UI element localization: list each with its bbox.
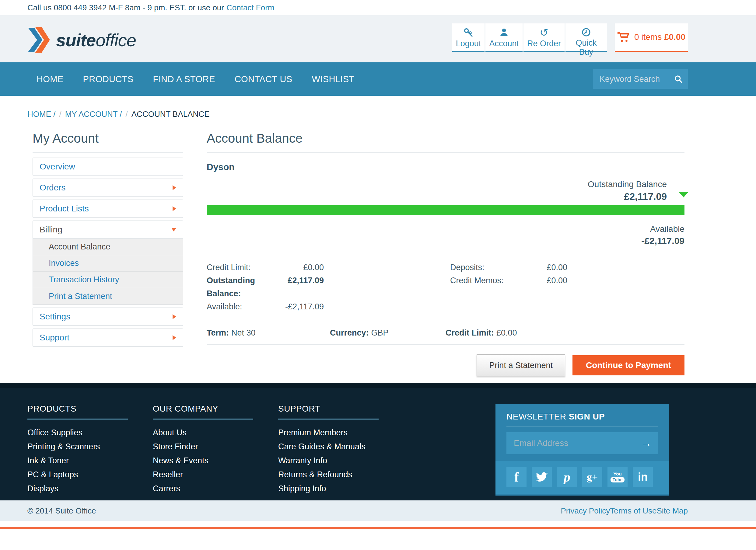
nav-item-contact-us[interactable]: CONTACT US <box>235 74 292 84</box>
site-header: suiteoffice Logout <box>0 15 756 62</box>
youtube-icon[interactable]: You Tube <box>607 467 628 487</box>
available-value: -£2,117.09 <box>207 236 684 246</box>
nav-links: HOME PRODUCTS FIND A STORE CONTACT US WI… <box>37 74 374 84</box>
logo-chevron-icon <box>27 26 51 54</box>
account-button[interactable]: Account <box>485 23 523 52</box>
breadcrumb-current: ACCOUNT BALANCE <box>131 110 210 119</box>
linkedin-icon[interactable]: in <box>633 467 653 487</box>
footer-link-warranty-info[interactable]: Warranty Info <box>278 454 404 468</box>
footer-link-displays[interactable]: Displays <box>27 482 153 496</box>
footer-title-underline <box>153 419 253 419</box>
pinterest-icon[interactable]: p <box>557 467 577 487</box>
footer-column-products: PRODUCTS Office Supplies Printing & Scan… <box>27 404 153 496</box>
main-nav: HOME PRODUCTS FIND A STORE CONTACT US WI… <box>0 62 756 96</box>
page-content: HOME / / MY ACCOUNT / / ACCOUNT BALANCE … <box>27 96 688 383</box>
top-call-bar: Call us 0800 449 3942 M-F 8am - 9 pm. ES… <box>0 0 756 15</box>
terms-of-use-link[interactable]: Terms of Use <box>610 506 656 515</box>
search-button[interactable] <box>673 75 688 84</box>
credit-memos-row: Credit Memos:£0.00 <box>450 274 567 287</box>
footer-link-ink-toner[interactable]: Ink & Toner <box>27 454 153 468</box>
nav-item-find-a-store[interactable]: FIND A STORE <box>153 74 215 84</box>
footer-title-underline <box>27 419 128 419</box>
credit-limit-row: Credit Limit:£0.00 <box>207 261 324 274</box>
sidebar-item-product-lists[interactable]: Product Lists <box>33 200 183 218</box>
logout-button[interactable]: Logout <box>452 23 485 52</box>
sidebar-item-orders[interactable]: Orders <box>33 179 183 197</box>
sidebar-item-settings[interactable]: Settings <box>33 307 183 326</box>
cart-icon <box>617 32 629 43</box>
divider <box>207 253 684 253</box>
footer-link-store-finder[interactable]: Store Finder <box>153 440 278 454</box>
nav-item-products[interactable]: PRODUCTS <box>83 74 134 84</box>
header-action-boxes: Logout Account ↺ Re Order <box>452 23 607 52</box>
site-map-link[interactable]: Site Map <box>656 506 688 515</box>
account-sidebar: My Account Overview Orders Product Lists… <box>33 119 183 376</box>
clock-icon <box>581 27 591 37</box>
footer-link-office-supplies[interactable]: Office Supplies <box>27 426 153 440</box>
nav-item-wishlist[interactable]: WISHLIST <box>312 74 354 84</box>
footer-link-news-events[interactable]: News & Events <box>153 454 278 468</box>
footer-link-carrers[interactable]: Carrers <box>153 482 278 496</box>
available-row: Available:-£2,117.09 <box>207 300 324 313</box>
footer-link-premium-members[interactable]: Premium Members <box>278 426 404 440</box>
key-icon <box>463 27 474 38</box>
balance-marker-icon <box>678 192 688 198</box>
footer-link-printing-scanners[interactable]: Printing & Scanners <box>27 440 153 454</box>
sidebar-subitem-account-balance[interactable]: Account Balance <box>33 239 183 255</box>
quick-buy-button[interactable]: Quick Buy <box>565 23 607 52</box>
print-statement-button[interactable]: Print a Statement <box>477 354 565 376</box>
footer-link-shipping-info[interactable]: Shipping Info <box>278 482 404 496</box>
breadcrumb-separator: / <box>126 110 128 119</box>
outstanding-balance-value: £2,117.09 <box>207 191 667 202</box>
footer-link-returns-refounds[interactable]: Returns & Refounds <box>278 468 404 482</box>
available-label: Available <box>207 224 684 234</box>
social-icons-row: f p g+ You Tube in <box>495 461 669 494</box>
customer-name: Dyson <box>207 162 684 172</box>
sidebar-subitem-print-a-statement[interactable]: Print a Statement <box>33 288 183 304</box>
cart-button[interactable]: 0 items £0.00 <box>615 23 688 52</box>
account-balance-section: Account Balance Dyson Outstanding Balanc… <box>207 119 684 376</box>
deposits-row: Deposits:£0.00 <box>450 261 567 274</box>
legal-links: Privacy PolicyTerms of UseSite Map <box>561 506 688 516</box>
newsletter-email-input[interactable] <box>506 432 658 454</box>
sub-footer: © 2014 Suite Office Privacy PolicyTerms … <box>0 500 756 521</box>
copyright-text: © 2014 Suite Office <box>27 506 96 516</box>
arrow-right-icon: → <box>641 437 652 449</box>
googleplus-icon[interactable]: g+ <box>582 467 602 487</box>
account-menu: Overview Orders Product Lists Billing Ac… <box>33 158 183 347</box>
action-buttons: Print a Statement Continue to Payment <box>207 354 684 376</box>
chevron-right-icon <box>173 335 176 340</box>
balance-details: Credit Limit:£0.00 Outstanding Balance:£… <box>207 261 684 313</box>
breadcrumb-home[interactable]: HOME / <box>27 110 55 119</box>
sidebar-item-overview[interactable]: Overview <box>33 158 183 176</box>
contact-form-link[interactable]: Contact Form <box>226 3 275 12</box>
footer-title-underline <box>278 419 379 419</box>
reorder-icon: ↺ <box>540 27 548 38</box>
term-item: Term:Net 30 <box>207 328 330 338</box>
chevron-right-icon <box>173 206 176 211</box>
page-title: Account Balance <box>207 131 684 146</box>
logo[interactable]: suiteoffice <box>27 26 136 54</box>
newsletter-title: NEWSLETTER SIGN UP <box>506 412 658 422</box>
twitter-icon[interactable] <box>532 467 552 487</box>
footer-link-about-us[interactable]: About Us <box>153 426 278 440</box>
sidebar-item-support[interactable]: Support <box>33 328 183 347</box>
cart-summary: 0 items £0.00 <box>634 32 685 42</box>
footer-link-reseller[interactable]: Reseller <box>153 468 278 482</box>
newsletter-submit-button[interactable]: → <box>641 438 652 449</box>
sidebar-subitem-invoices[interactable]: Invoices <box>33 255 183 272</box>
sidebar-item-billing[interactable]: Billing <box>33 221 183 239</box>
continue-to-payment-button[interactable]: Continue to Payment <box>572 355 684 375</box>
breadcrumb-my-account[interactable]: MY ACCOUNT / <box>65 110 122 119</box>
footer-link-pc-laptops[interactable]: PC & Laptops <box>27 468 153 482</box>
divider <box>506 426 658 427</box>
sidebar-subitem-transaction-history[interactable]: Transaction History <box>33 272 183 288</box>
user-icon <box>499 27 509 38</box>
search-input[interactable] <box>593 75 673 84</box>
facebook-icon[interactable]: f <box>506 467 527 487</box>
nav-item-home[interactable]: HOME <box>37 74 64 84</box>
reorder-button[interactable]: ↺ Re Order <box>523 23 565 52</box>
footer-link-care-guides[interactable]: Care Guides & Manuals <box>278 440 404 454</box>
chevron-down-icon <box>171 228 176 232</box>
privacy-policy-link[interactable]: Privacy Policy <box>561 506 610 515</box>
